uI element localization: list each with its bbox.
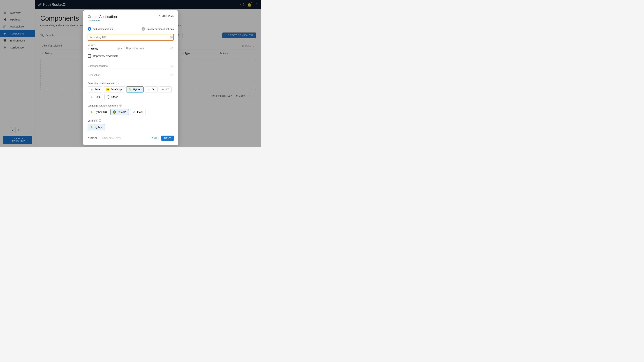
lang-chip-csharp[interactable]: ◉C# (159, 86, 172, 92)
git-server-select[interactable]: ✔ github ⓘ ▾ (88, 46, 122, 51)
info-icon[interactable]: ⓘ (170, 47, 173, 50)
step-2-badge: 2 (142, 27, 145, 31)
fw-chip-flask[interactable]: ⚗FlaskFlask (130, 109, 146, 115)
repository-url-input[interactable] (88, 35, 173, 40)
info-icon[interactable]: ⓘ (116, 81, 119, 85)
python-icon: 🐍 (128, 88, 132, 91)
description-input[interactable] (88, 72, 174, 78)
info-icon[interactable]: ⓘ (119, 104, 122, 107)
repository-name-input[interactable] (126, 45, 174, 51)
edit-yaml-button[interactable]: ✎ EDIT YAML (159, 15, 174, 17)
component-name-field: ⓘ (88, 63, 174, 69)
lang-chip-javascript[interactable]: JSJavaScript (104, 86, 125, 92)
pencil-icon: ✎ (159, 15, 161, 17)
git-server-label: Git server (88, 44, 122, 46)
edit-yaml-label: EDIT YAML (162, 15, 174, 17)
lang-chip-helm[interactable]: ⎈Helm (88, 94, 103, 100)
js-icon: JS (106, 88, 110, 91)
python-icon: 🐍 (90, 110, 93, 114)
modal-learn-more-link[interactable]: Learn more. (88, 19, 100, 22)
info-icon[interactable]: ⓘ (117, 47, 120, 50)
git-server-field: Git server ✔ github ⓘ ▾ (88, 44, 122, 51)
framework-chips: 🐍Python 3.8 ⚡FastAPI ⚗FlaskFlask (88, 109, 174, 115)
separator: / (124, 46, 124, 50)
next-button[interactable]: NEXT (161, 136, 174, 141)
repository-credentials-label: Repository credentials (93, 54, 118, 57)
cancel-button[interactable]: CANCEL (88, 137, 98, 139)
lang-chip-other[interactable]: ⋯Other (104, 94, 120, 100)
description-field: ⓘ (88, 72, 174, 78)
stepper: 1 Add component info 2 Specify advanced … (88, 27, 174, 31)
step-1-badge: 1 (88, 27, 91, 31)
go-icon: ∞ (147, 88, 150, 91)
repository-url-field: ⓘ (88, 34, 174, 40)
lang-chip-python[interactable]: 🐍Python (126, 86, 144, 92)
fw-chip-python38[interactable]: 🐍Python 3.8 (88, 109, 109, 115)
info-icon[interactable]: ⓘ (98, 119, 101, 122)
back-button[interactable]: BACK (152, 137, 158, 139)
python-icon: 🐍 (90, 125, 93, 129)
info-icon[interactable]: ⓘ (170, 36, 173, 39)
info-icon[interactable]: ⓘ (170, 74, 173, 77)
repository-credentials-checkbox[interactable]: Repository credentials (88, 54, 174, 58)
git-server-value: github (91, 47, 117, 50)
create-application-modal: Create Application Learn more. ✎ EDIT YA… (83, 10, 178, 145)
lang-chip-go[interactable]: ∞Go (145, 86, 158, 92)
build-tool-chips: 🐍Python (88, 124, 174, 130)
check-circle-icon: ✔ (88, 47, 90, 50)
modal-footer: CANCEL UNDO CHANGES BACK NEXT (88, 136, 174, 141)
fastapi-icon: ⚡ (113, 110, 116, 114)
step-1-label: Add component info (93, 28, 114, 30)
framework-section-label: Language version/framework ⓘ (88, 104, 174, 107)
other-icon: ⋯ (107, 95, 110, 99)
repository-name-field: ⓘ (126, 45, 174, 51)
modal-title: Create Application (88, 15, 117, 19)
lang-chip-java[interactable]: ☕Java (88, 86, 102, 92)
undo-changes-button[interactable]: UNDO CHANGES (100, 137, 121, 139)
build-tool-section-label: Build tool ⓘ (88, 119, 174, 122)
csharp-icon: ◉ (161, 88, 164, 91)
chevron-down-icon: ▾ (121, 47, 122, 50)
flask-icon: ⚗Flask (132, 110, 136, 114)
step-2-label: Specify advanced settings (146, 28, 174, 30)
checkbox-icon (88, 54, 91, 58)
language-chips: ☕Java JSJavaScript 🐍Python ∞Go ◉C# ⎈Helm… (88, 86, 174, 100)
build-chip-python[interactable]: 🐍Python (88, 124, 105, 130)
java-icon: ☕ (90, 88, 93, 91)
info-icon[interactable]: ⓘ (170, 64, 173, 68)
modal-overlay[interactable]: Create Application Learn more. ✎ EDIT YA… (0, 0, 261, 147)
component-name-input[interactable] (88, 63, 174, 69)
language-section-label: Application code language ⓘ (88, 81, 174, 85)
fw-chip-fastapi[interactable]: ⚡FastAPI (110, 109, 129, 115)
helm-icon: ⎈ (90, 95, 93, 99)
